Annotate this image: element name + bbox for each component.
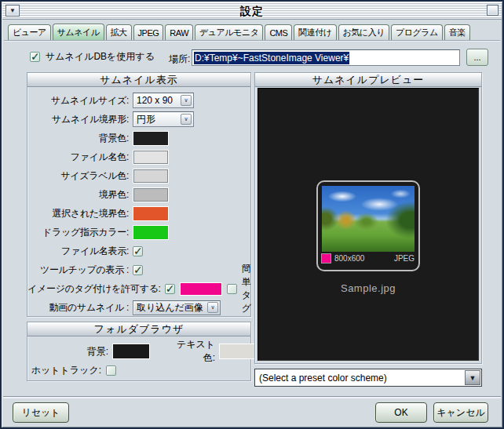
titlebar: ▼ 設定 — [2, 2, 502, 20]
thumbnail-preview-group: サムネイルプレビュー 800x600 JPEG Sample.jpg — [254, 72, 482, 364]
color-scheme-select[interactable]: (Select a preset color scheme) ▼ — [254, 369, 482, 387]
thumbnail-size-row: サムネイルサイズ: 120 x 90 ∨ — [27, 91, 250, 110]
cancel-button[interactable]: キャンセル — [433, 402, 488, 423]
tab-thumbnail[interactable]: サムネイル — [53, 24, 104, 40]
thumbnail-display-group: サムネイル表示 サムネイルサイズ: 120 x 90 ∨ サムネイル境界形: 円… — [27, 72, 251, 317]
video-thumbnail-label: 動画のサムネイル : — [27, 301, 133, 314]
filename-color-label: ファイル名色: — [27, 151, 133, 164]
allow-tagging-checkbox[interactable] — [165, 284, 175, 294]
thumbnail-card[interactable]: 800x600 JPEG — [316, 180, 420, 271]
tab-favorites[interactable]: お気に入り — [338, 24, 389, 40]
location-label: 場所: — [169, 53, 190, 66]
thumbnail-preview-header: サムネイルプレビュー — [255, 73, 481, 87]
tab-programs[interactable]: プログラム — [391, 24, 443, 40]
settings-dialog: ▼ 設定 ビューア サムネイル 拡大 JPEG RAW デュアルモニタ CMS … — [0, 0, 504, 429]
selected-border-color-label: 選択された境界色: — [27, 207, 133, 220]
browse-button[interactable]: ... — [466, 49, 488, 66]
location-value: D:¥Temp¥~FastStoneImage Viewer¥ — [194, 52, 349, 64]
thumbnail-display-header: サムネイル表示 — [27, 73, 250, 87]
folder-text-color-label: テキスト色: — [170, 338, 219, 365]
folder-browser-header: フォルダブラウザ — [27, 322, 250, 336]
tag-indicator — [322, 254, 331, 263]
drag-color-label: ドラッグ指示カラー: — [27, 226, 133, 239]
background-color-row: 背景色: — [27, 129, 250, 147]
thumbnail-db-row: サムネイルDBを使用する 場所: D:¥Temp¥~FastStoneImage… — [2, 47, 502, 66]
tooltip-label: ツールチップの表示 : — [27, 264, 133, 277]
tab-dual-monitor[interactable]: デュアルモニタ — [195, 24, 263, 40]
thumbnail-size-label: サムネイルサイズ: — [27, 94, 133, 107]
filename-color-row: ファイル名色: — [27, 147, 250, 166]
chevron-down-icon[interactable]: ▼ — [465, 370, 480, 385]
chevron-down-icon[interactable]: ∨ — [207, 302, 218, 313]
show-filename-row: ファイル名表示: — [27, 242, 250, 260]
tooltip-checkbox[interactable] — [133, 265, 143, 275]
use-thumbnail-db-checkbox[interactable] — [30, 52, 40, 62]
reset-button[interactable]: リセット — [13, 402, 69, 423]
hot-track-checkbox[interactable] — [106, 365, 116, 376]
thumbnail-photo — [322, 186, 415, 252]
ok-button[interactable]: OK — [375, 402, 427, 423]
selected-border-color-row: 選択された境界色: — [27, 204, 250, 223]
tab-underline — [4, 40, 500, 42]
close-button[interactable] — [487, 5, 499, 16]
allow-tagging-label: イメージのタグ付けを許可する: — [27, 282, 165, 296]
selected-border-color-swatch[interactable] — [133, 207, 168, 220]
format-label: JPEG — [394, 254, 415, 263]
hot-track-label: ホットトラック: — [27, 364, 106, 377]
background-color-swatch[interactable] — [133, 132, 168, 145]
chevron-down-icon[interactable]: ∨ — [181, 114, 192, 125]
border-color-swatch[interactable] — [133, 188, 168, 202]
dimensions-label: 800x600 — [334, 254, 364, 263]
tab-jpeg[interactable]: JPEG — [133, 24, 164, 40]
folder-browser-group: フォルダブラウザ 背景: テキスト色: ホットトラック: — [27, 322, 251, 381]
video-thumbnail-row: 動画のサムネイル : 取り込んだ画像 ∨ — [27, 298, 250, 317]
bottom-separator — [3, 396, 501, 398]
size-label-color-swatch[interactable] — [133, 169, 168, 183]
thumbnail-size-select[interactable]: 120 x 90 ∨ — [133, 93, 194, 108]
simple-tag-label: 簡単タグ — [242, 262, 251, 315]
thumbnail-filename: Sample.jpg — [257, 282, 479, 294]
chevron-down-icon[interactable]: ∨ — [181, 95, 192, 106]
border-shape-label: サムネイル境界形: — [27, 113, 133, 126]
drag-color-row: ドラッグ指示カラー: — [27, 223, 250, 242]
preview-area: 800x600 JPEG Sample.jpg — [257, 88, 479, 361]
use-thumbnail-db-label: サムネイルDBを使用する — [46, 50, 155, 64]
drag-color-swatch[interactable] — [133, 226, 168, 239]
filename-color-swatch[interactable] — [133, 151, 168, 164]
folder-text-color-swatch[interactable] — [220, 344, 254, 358]
tag-color-swatch[interactable] — [181, 283, 221, 295]
border-shape-select[interactable]: 円形 ∨ — [133, 111, 194, 127]
video-thumbnail-select[interactable]: 取り込んだ画像 ∨ — [133, 300, 221, 315]
folder-bg-label: 背景: — [27, 345, 112, 358]
show-filename-label: ファイル名表示: — [27, 245, 133, 258]
tab-music[interactable]: 音楽 — [444, 24, 470, 40]
folder-colors-row: 背景: テキスト色: — [27, 341, 250, 362]
folder-bg-color-swatch[interactable] — [113, 344, 149, 358]
border-color-label: 境界色: — [27, 188, 133, 202]
tab-zoom[interactable]: 拡大 — [106, 24, 132, 40]
location-input[interactable]: D:¥Temp¥~FastStoneImage Viewer¥ — [192, 49, 460, 66]
tab-viewer[interactable]: ビューア — [8, 24, 51, 40]
window-title: 設定 — [2, 5, 502, 19]
tab-associations[interactable]: 関連付け — [294, 24, 336, 40]
image-tagging-row: イメージのタグ付けを許可する: 簡単タグ — [27, 279, 250, 298]
border-color-row: 境界色: — [27, 185, 250, 204]
border-shape-row: サムネイル境界形: 円形 ∨ — [27, 110, 250, 129]
simple-tag-checkbox[interactable] — [227, 284, 237, 294]
size-label-color-row: サイズラベル色: — [27, 166, 250, 185]
background-color-label: 背景色: — [27, 132, 133, 145]
size-label-color-label: サイズラベル色: — [27, 169, 133, 183]
thumbnail-info-strip: 800x600 JPEG — [322, 252, 415, 264]
tab-raw[interactable]: RAW — [165, 24, 193, 40]
tab-cms[interactable]: CMS — [265, 24, 292, 40]
show-filename-checkbox[interactable] — [133, 246, 143, 256]
tab-bar: ビューア サムネイル 拡大 JPEG RAW デュアルモニタ CMS 関連付け … — [8, 24, 496, 40]
